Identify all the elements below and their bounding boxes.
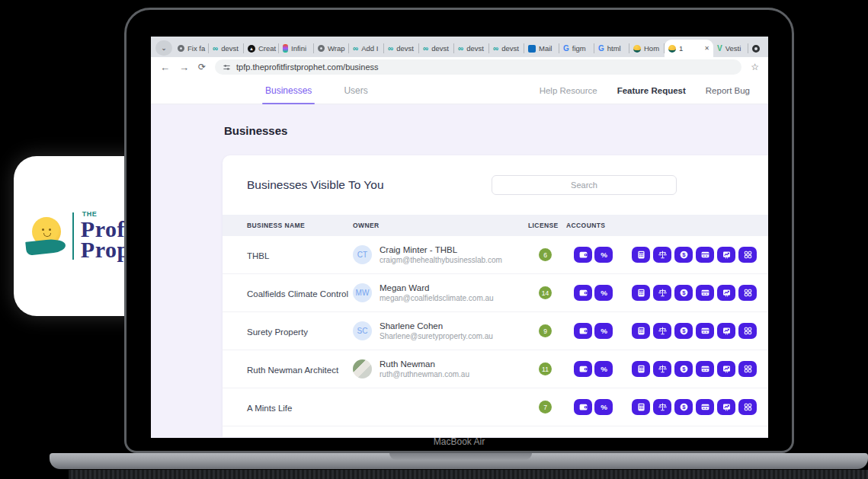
browser-tab[interactable]: ∞Add I bbox=[349, 40, 384, 57]
license-count-badge: 14 bbox=[539, 286, 552, 299]
nav-businesses[interactable]: Businesses bbox=[265, 85, 312, 96]
browser-tab[interactable]: Mail bbox=[524, 40, 559, 57]
tab-search-chevron-icon[interactable]: ⌄ bbox=[155, 40, 172, 56]
nav-users[interactable]: Users bbox=[344, 85, 367, 96]
dollar-button[interactable] bbox=[674, 323, 693, 339]
browser-tab[interactable]: Fix fa bbox=[174, 40, 209, 57]
chart-board-button[interactable] bbox=[717, 247, 735, 263]
nav-report-bug[interactable]: Report Bug bbox=[706, 86, 750, 95]
browser-tab[interactable]: ∞devst bbox=[454, 40, 489, 57]
bookmark-star-icon[interactable]: ☆ bbox=[751, 62, 759, 72]
percent-button[interactable] bbox=[594, 285, 613, 301]
browser-tab[interactable]: Infini bbox=[279, 40, 314, 57]
account-actions-secondary bbox=[632, 361, 757, 377]
coin-icon bbox=[668, 45, 676, 53]
wallet-button[interactable] bbox=[574, 323, 592, 339]
scale-button[interactable] bbox=[653, 361, 671, 377]
percent-button[interactable] bbox=[594, 247, 613, 263]
nav-feature-request[interactable]: Feature Request bbox=[617, 86, 686, 95]
back-icon[interactable]: ← bbox=[160, 62, 170, 73]
calculator-button[interactable] bbox=[632, 361, 650, 377]
card-button[interactable] bbox=[696, 285, 714, 301]
calculator-button[interactable] bbox=[632, 323, 650, 339]
account-actions-secondary bbox=[632, 285, 757, 301]
browser-tab[interactable]: ∞devst bbox=[384, 40, 419, 57]
card-button[interactable] bbox=[696, 399, 714, 415]
header-license: LICENSE bbox=[528, 222, 566, 229]
logo-divider bbox=[72, 212, 74, 260]
scale-button[interactable] bbox=[653, 247, 671, 263]
wallet-button[interactable] bbox=[574, 247, 592, 263]
wallet-button[interactable] bbox=[574, 399, 592, 415]
percent-button[interactable] bbox=[594, 361, 613, 377]
browser-tab[interactable]: Hom bbox=[629, 40, 665, 57]
businesses-card: Businesses Visible To You BUSINESS NAME … bbox=[223, 155, 768, 437]
percent-button[interactable] bbox=[594, 323, 613, 339]
search-input[interactable] bbox=[492, 175, 677, 195]
browser-tab[interactable]: VVesti bbox=[713, 40, 748, 57]
wallet-button[interactable] bbox=[574, 361, 592, 377]
grid-button[interactable] bbox=[738, 399, 757, 415]
grid-button[interactable] bbox=[738, 285, 757, 301]
chart-board-button[interactable] bbox=[717, 361, 735, 377]
business-name: THBL bbox=[247, 251, 269, 260]
chart-board-button[interactable] bbox=[717, 285, 735, 301]
browser-tab[interactable] bbox=[748, 40, 768, 57]
business-name: Ruth Newman Architect bbox=[247, 366, 338, 375]
reload-icon[interactable]: ⟳ bbox=[198, 62, 206, 72]
tab-label: devst bbox=[466, 44, 484, 53]
chart-board-button[interactable] bbox=[717, 399, 735, 415]
calculator-button[interactable] bbox=[632, 285, 650, 301]
scale-button[interactable] bbox=[653, 285, 671, 301]
dollar-button[interactable] bbox=[674, 247, 693, 263]
browser-tab-active[interactable]: 1✕ bbox=[665, 40, 713, 57]
address-bar[interactable]: tpfp.theprofitfirstprophet.com/business bbox=[215, 59, 741, 75]
app-navbar: Businesses Users Help Resource Feature R… bbox=[151, 77, 768, 104]
browser-tab[interactable]: ∞devst bbox=[209, 40, 244, 57]
calculator-icon bbox=[636, 288, 646, 298]
card-button[interactable] bbox=[696, 361, 714, 377]
scale-button[interactable] bbox=[653, 399, 671, 415]
dollar-button[interactable] bbox=[674, 399, 693, 415]
browser-tab[interactable]: ▲Creat bbox=[244, 40, 279, 57]
wallet-button[interactable] bbox=[574, 285, 592, 301]
site-settings-icon[interactable] bbox=[223, 63, 231, 72]
browser-tab[interactable]: ∞devst bbox=[419, 40, 454, 57]
calculator-button[interactable] bbox=[632, 247, 650, 263]
chart-board-button[interactable] bbox=[717, 323, 735, 339]
grid-button[interactable] bbox=[738, 247, 757, 263]
macbook-base bbox=[50, 453, 868, 469]
owner-avatar: SC bbox=[353, 321, 372, 340]
license-count-badge: 11 bbox=[539, 362, 552, 375]
dollar-icon bbox=[679, 326, 689, 336]
browser-tab[interactable]: ∞devst bbox=[489, 40, 524, 57]
vue-icon: V bbox=[717, 44, 722, 53]
account-actions-secondary bbox=[632, 323, 757, 339]
wallet-icon bbox=[578, 364, 588, 374]
browser-tab[interactable]: Gfigm bbox=[559, 40, 594, 57]
forward-icon[interactable]: → bbox=[179, 62, 189, 73]
gray-gear-icon bbox=[318, 45, 325, 52]
gray-gear-icon bbox=[178, 45, 184, 52]
browser-tab[interactable]: Ghtml bbox=[594, 40, 629, 57]
figma-icon bbox=[283, 44, 288, 53]
business-name: A Mints Life bbox=[247, 404, 292, 413]
card-button[interactable] bbox=[696, 323, 714, 339]
card-button[interactable] bbox=[696, 247, 714, 263]
dollar-icon bbox=[679, 250, 689, 260]
grid-button[interactable] bbox=[738, 361, 757, 377]
dollar-button[interactable] bbox=[674, 361, 693, 377]
calculator-icon bbox=[636, 402, 646, 412]
url-text: tpfp.theprofitfirstprophet.com/business bbox=[236, 62, 378, 72]
calculator-button[interactable] bbox=[632, 399, 650, 415]
percent-button[interactable] bbox=[594, 399, 613, 415]
card-icon bbox=[700, 288, 710, 298]
dollar-button[interactable] bbox=[674, 285, 693, 301]
browser-tab[interactable]: Wrap bbox=[314, 40, 349, 57]
scale-button[interactable] bbox=[653, 323, 671, 339]
tab-close-icon[interactable]: ✕ bbox=[704, 45, 709, 52]
grid-button[interactable] bbox=[738, 323, 757, 339]
browser-toolbar: ← → ⟳ tpfp.theprofitfirstprophet.com/bus… bbox=[151, 57, 768, 77]
nav-help-resource[interactable]: Help Resource bbox=[540, 86, 597, 95]
percent-icon bbox=[599, 250, 609, 260]
